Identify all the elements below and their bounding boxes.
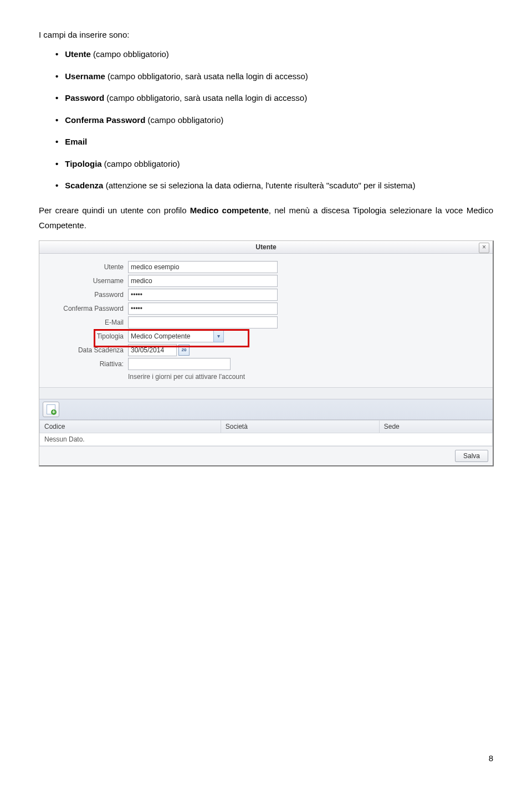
bullet-username-post: (campo obbligatorio, sarà usata nella lo… xyxy=(105,71,308,81)
bullet-tipologia-strong: Tipologia xyxy=(65,159,101,168)
table-row-empty: Nessun Dato. xyxy=(40,433,493,445)
col-sede[interactable]: Sede xyxy=(379,420,492,433)
form-area: Utente Username Password Conferma Passwo… xyxy=(39,254,493,388)
riattiva-hint: Inserire i giorni per cui attivare l'acc… xyxy=(128,372,486,381)
row-scadenza: Data Scadenza 20 xyxy=(46,344,486,356)
table-empty-text: Nessun Dato. xyxy=(40,433,493,445)
utente-dialog: Utente × Utente Username Password Confer… xyxy=(39,240,494,466)
row-email: E-Mail xyxy=(46,316,486,329)
bullet-password-post: (campo obbligatorio, sarà usata nella lo… xyxy=(104,93,307,102)
input-password[interactable] xyxy=(128,289,278,301)
input-conferma[interactable] xyxy=(128,302,278,315)
select-tipologia[interactable]: ▾ xyxy=(128,330,224,342)
dialog-titlebar: Utente × xyxy=(39,241,493,254)
input-riattiva[interactable] xyxy=(128,358,231,370)
close-icon[interactable]: × xyxy=(479,243,489,253)
bullet-conferma-post: (campo obbligatorio) xyxy=(145,115,223,125)
row-riattiva: Riattiva: xyxy=(46,358,486,370)
label-tipologia: Tipologia xyxy=(46,332,128,340)
instruction-text: Per creare quindi un utente con profilo … xyxy=(39,203,493,233)
row-tipologia: Tipologia ▾ xyxy=(46,330,486,342)
select-tipologia-value[interactable] xyxy=(128,330,214,342)
plus-icon: + xyxy=(51,409,57,415)
col-societa[interactable]: Società xyxy=(221,420,379,433)
bullet-password: Password (campo obbligatorio, sarà usata… xyxy=(55,91,493,105)
bullet-utente-strong: Utente xyxy=(65,49,91,59)
row-utente: Utente xyxy=(46,261,486,273)
col-codice[interactable]: Codice xyxy=(40,420,221,433)
label-riattiva: Riattiva: xyxy=(46,360,128,368)
intro-text: I campi da inserire sono: xyxy=(39,30,493,39)
bullet-email: Email xyxy=(55,135,493,149)
save-button[interactable]: Salva xyxy=(455,450,488,462)
label-scadenza: Data Scadenza xyxy=(46,346,128,354)
instruction-strong: Medico competente xyxy=(190,206,269,215)
date-scadenza[interactable]: 20 xyxy=(128,344,190,356)
label-password: Password xyxy=(46,291,128,299)
label-username: Username xyxy=(46,277,128,285)
input-username[interactable] xyxy=(128,275,278,287)
instruction-pre: Per creare quindi un utente con profilo xyxy=(39,206,190,215)
dialog-title: Utente xyxy=(255,243,276,251)
bullet-conferma-strong: Conferma Password xyxy=(65,115,145,125)
bullet-conferma: Conferma Password (campo obbligatorio) xyxy=(55,113,493,127)
page-number: 8 xyxy=(489,753,493,763)
bullet-utente: Utente (campo obbligatorio) xyxy=(55,47,493,61)
label-conferma: Conferma Password xyxy=(46,305,128,312)
label-email: E-Mail xyxy=(46,319,128,326)
input-email[interactable] xyxy=(128,316,278,329)
bullet-tipologia-post: (campo obbligatorio) xyxy=(102,159,180,168)
bullet-scadenza: Scadenza (attenzione se si seleziona la … xyxy=(55,178,493,193)
bullet-email-strong: Email xyxy=(65,137,87,146)
add-button[interactable]: + xyxy=(43,402,59,417)
separator-band xyxy=(39,388,493,399)
bullet-username-strong: Username xyxy=(65,71,105,81)
row-username: Username xyxy=(46,275,486,287)
input-scadenza[interactable] xyxy=(128,344,177,356)
table-header-row: Codice Società Sede xyxy=(40,420,493,433)
label-utente: Utente xyxy=(46,263,128,271)
bullet-tipologia: Tipologia (campo obbligatorio) xyxy=(55,157,493,171)
grid-toolbar: + xyxy=(39,399,493,420)
bullet-password-strong: Password xyxy=(65,93,104,102)
bullet-scadenza-post: (attenzione se si seleziona la data odie… xyxy=(103,181,415,190)
bullet-scadenza-strong: Scadenza xyxy=(65,181,103,190)
societa-table: Codice Società Sede Nessun Dato. xyxy=(39,420,493,446)
field-list: Utente (campo obbligatorio) Username (ca… xyxy=(55,47,493,193)
calendar-icon[interactable]: 20 xyxy=(178,345,190,356)
bullet-username: Username (campo obbligatorio, sarà usata… xyxy=(55,69,493,84)
chevron-down-icon[interactable]: ▾ xyxy=(213,330,224,342)
dialog-footer: Salva xyxy=(39,446,493,465)
row-conferma: Conferma Password xyxy=(46,302,486,315)
input-utente[interactable] xyxy=(128,261,278,273)
row-password: Password xyxy=(46,289,486,301)
bullet-utente-post: (campo obbligatorio) xyxy=(91,49,169,59)
